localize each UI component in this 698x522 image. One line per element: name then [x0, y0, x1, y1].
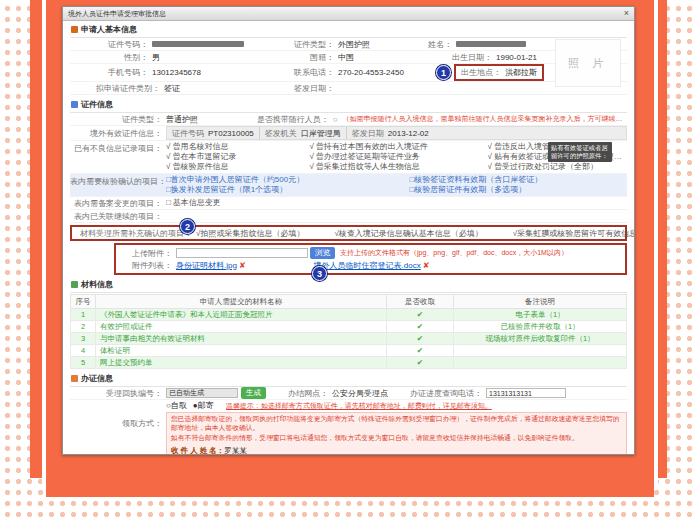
row-remark: 现场核对原件后收取复印件（1） [454, 333, 627, 345]
verify-item[interactable]: □首次申请外国人居留证件（约500元） [166, 175, 405, 185]
verify-item[interactable]: □核验签证资料有效期（含口岸签证） [409, 175, 627, 185]
record-item[interactable]: √曾用名核对信息 [166, 142, 305, 152]
id-number-label: 证件号码： [70, 39, 152, 50]
hover-tooltip: 贴有有效签证或者居留许可的护照原件： [548, 142, 612, 162]
col-collected: 是否收取 [387, 295, 454, 309]
valid-cert-row: 境外有效证件信息： 证件号码 PT02310005 签发机关 口岸管理局 签发日… [70, 126, 627, 141]
confirm-item-label: 拍照或采集指纹信息（必填） [200, 229, 304, 238]
site-value: 公安分局受理点 [332, 388, 388, 399]
upload-file-input[interactable] [176, 248, 308, 258]
mail-radio[interactable]: ●邮寄 [193, 400, 214, 411]
materials-section-title: 材料信息 [81, 279, 113, 290]
materials-table: 序号 申请人需提交的材料名称 是否收取 备注说明 1 《外国人签证证件申请表》和… [70, 294, 627, 369]
row-remark [454, 357, 627, 369]
record-item[interactable]: √曾核验原件信息 [166, 162, 305, 172]
change-label: 表内需备案变更的项目： [70, 198, 166, 209]
close-icon[interactable]: × [624, 9, 629, 18]
record-item[interactable]: √曾持有过本国有效的出入境证件 [309, 142, 483, 152]
delivery-panel: ○自取 ●邮寄 温馨提示：如选择邮寄方式领取证件，请先核对邮寄地址，邮费到付，详… [166, 400, 627, 455]
id-type-value: 外国护照 [338, 39, 370, 50]
basic-row-1: 证件号码： 证件类型： 外国护照 姓名： [70, 38, 627, 51]
page-background: { "window": { "title": "境外人员证件申请受理审批信息",… [0, 0, 698, 522]
row-no: 3 [71, 333, 96, 345]
record-item[interactable]: √曾采集过指纹等人体生物信息 [309, 162, 483, 172]
confirm-label: 材料受理所需补充确认的项目： [72, 228, 196, 239]
basic-row-3: 手机号码： 13012345678 联系电话： 270-20-4553-2450… [70, 64, 627, 82]
table-row[interactable]: 5 网上提交预约单 ✔ [71, 357, 627, 369]
confirm-item[interactable]: √采集虹膜或核验居留许可有效信息确认 [513, 228, 635, 239]
check-icon: √ [166, 162, 170, 172]
record-item[interactable]: √曾在本市逗留记录 [166, 152, 305, 162]
form-window: 境外人员证件申请受理审批信息 × 贴有有效签证或者居留许可的护照原件： 申请人基… [62, 6, 635, 455]
materials-icon [71, 281, 78, 288]
attachment-link[interactable]: 境外人员临时住宿登记表.docx [314, 260, 421, 271]
upload-label: 上传附件： [120, 248, 176, 259]
confirm-item[interactable]: √拍照或采集指纹信息（必填） [196, 228, 304, 239]
change-row: 表内需备案变更的项目： □基本信息变更 [70, 197, 627, 210]
verify-item-label: 核验签证资料有效期（含口岸签证） [414, 175, 542, 184]
remove-attachment-icon[interactable]: ✘ [239, 261, 246, 270]
box-icon: □ [166, 198, 171, 208]
confirm-item-label: 核查入境记录信息确认基本信息（必填） [339, 229, 483, 238]
delivery-options-row: ○自取 ●邮寄 温馨提示：如选择邮寄方式领取证件，请先核对邮寄地址，邮费到付，详… [166, 400, 627, 411]
collected-check-icon: ✔ [387, 321, 454, 333]
confirm-item[interactable]: √核查入境记录信息确认基本信息（必填） [334, 228, 482, 239]
materials-section-header: 材料信息 [70, 277, 627, 293]
query-phone-input[interactable] [486, 388, 566, 398]
gender-label: 性别： [70, 52, 152, 63]
table-row[interactable]: 3 与申请事由相关的有效证明材料 ✔ 现场核对原件后收取复印件（1） [71, 333, 627, 345]
generate-button[interactable]: 生成 [241, 387, 266, 399]
cert-section-header: 证件信息 [70, 97, 627, 113]
id-type-label: 证件类型： [270, 39, 338, 50]
row-remark: 电子表单（1） [454, 309, 627, 321]
related-label: 表内已关联继续的项目： [70, 211, 166, 222]
change-item-label: 基本信息变更 [173, 198, 221, 208]
result-icon [71, 375, 78, 382]
verify-item-label: 核验居留证件有效期（多选项） [414, 185, 526, 194]
mail-info-box: 您已选择邮寄取证的，领取回执的打印功能将变更为邮寄方式（特殊证件除外需到受理窗口… [166, 412, 627, 455]
valid-date-cell: 签发日期 2013-12-02 [347, 127, 626, 139]
cert-type-row: 证件类型： 普通护照 是否携带随行人员： ○ （如需申报随行人员入境信息，需单独… [70, 113, 627, 126]
companion-note: （如需申报随行人员入境信息，需单独前往随行人员信息采集页面补充录入后，方可继续办… [343, 114, 627, 124]
confirm-items: √拍照或采集指纹信息（必填） √核查入境记录信息确认基本信息（必填） √采集虹膜… [196, 228, 635, 239]
person-icon [71, 26, 78, 33]
verify-item[interactable]: □换发补发居留证件（限1个选项） [166, 185, 405, 195]
companion-radio-icon[interactable]: ○ [333, 115, 338, 124]
table-row[interactable]: 1 《外国人签证证件申请表》和本人近期正面免冠照片 ✔ 电子表单（1） [71, 309, 627, 321]
receipt-input[interactable] [166, 388, 238, 398]
self-pickup-radio[interactable]: ○自取 [166, 400, 187, 411]
bad-record-label: 已有不良信息记录项目： [70, 141, 166, 154]
step-badge-1: 1 [436, 65, 451, 80]
row-remark [454, 345, 627, 357]
verify-row: 表内需要核验确认的项目： □首次申请外国人居留证件（约500元） □核验签证资料… [70, 174, 627, 197]
recipient-value: 罗某某 [224, 446, 247, 455]
check-icon: √ [166, 142, 170, 152]
record-item-label: 曾采集过指纹等人体生物信息 [316, 162, 420, 172]
self-pickup-label: 自取 [171, 401, 187, 410]
remove-attachment-icon[interactable]: ✘ [423, 261, 430, 270]
change-item[interactable]: □基本信息变更 [166, 198, 221, 208]
nationality-value: 中国 [338, 52, 436, 63]
row-name: 《外国人签证证件申请表》和本人近期正面免冠照片 [96, 309, 387, 321]
browse-button[interactable]: 浏览 [310, 247, 335, 259]
query-label: 办证进度查询电话： [410, 388, 486, 399]
row-name: 体检证明 [96, 345, 387, 357]
verify-item[interactable]: □核验居留证件有效期（多选项） [409, 185, 627, 195]
verify-item-label: 首次申请外国人居留证件（约500元） [171, 175, 304, 184]
mail-tip-link[interactable]: 温馨提示：如选择邮寄方式领取证件，请先核对邮寄地址，邮费到付，详见邮寄须知。 [226, 401, 492, 411]
delivery-label: 领取方式： [70, 400, 166, 429]
row-no: 4 [71, 345, 96, 357]
row-name: 有效护照或证件 [96, 321, 387, 333]
apply-type-value: 签证 [164, 83, 270, 94]
table-row[interactable]: 4 体检证明 ✔ [71, 345, 627, 357]
table-row[interactable]: 2 有效护照或证件 ✔ 已核验原件并收取（1） [71, 321, 627, 333]
gender-value: 男 [152, 52, 270, 63]
col-remark: 备注说明 [454, 295, 627, 309]
apply-type-label: 拟申请证件类别： [70, 83, 164, 94]
record-item[interactable]: √曾受过行政处罚记录（全部） [488, 162, 627, 172]
attachment-link[interactable]: 身份证明材料.jpg [176, 260, 237, 271]
record-item[interactable]: √曾办理过签证延期等证件业务 [309, 152, 483, 162]
cert-type-value: 普通护照 [166, 114, 257, 125]
check-icon: √ [309, 152, 313, 162]
result-section-title: 办证信息 [81, 373, 113, 384]
